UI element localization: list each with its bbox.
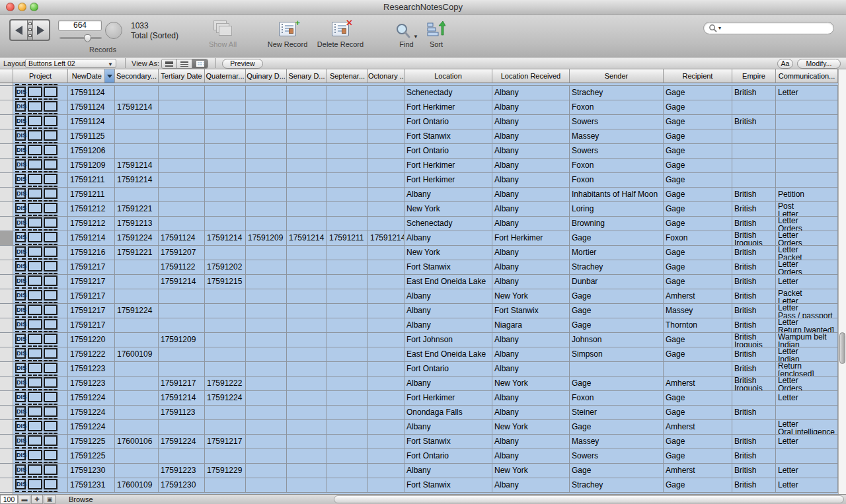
cell-communication[interactable]: LetterOrders — [776, 217, 838, 231]
cell-quaternary[interactable]: 17591217 — [205, 435, 246, 449]
cell-newdate[interactable]: 17591217 — [68, 260, 115, 274]
dis-button[interactable]: DIS — [15, 203, 26, 213]
cell-tertiary[interactable] — [159, 304, 205, 318]
project-button[interactable] — [44, 450, 58, 460]
cell-septenary[interactable] — [327, 217, 368, 231]
cell-quaternary[interactable] — [205, 333, 246, 347]
cell-octonary[interactable] — [368, 188, 404, 201]
sort-button[interactable]: Sort — [423, 18, 449, 48]
cell-quinary[interactable] — [246, 318, 287, 332]
cell-newdate[interactable]: 17591217 — [68, 304, 115, 318]
cell-sender[interactable]: Browning — [570, 217, 664, 231]
cell-communication[interactable]: LetterIndian — [776, 347, 838, 361]
cell-empire[interactable]: British — [732, 275, 776, 289]
cell-quinary[interactable] — [246, 420, 287, 434]
cell-recipient[interactable] — [664, 362, 732, 376]
cell-empire[interactable] — [732, 129, 776, 143]
cell-location[interactable]: Fort Ontario — [404, 362, 492, 376]
cell-tertiary[interactable] — [159, 129, 205, 143]
cell-newdate[interactable]: 17591230 — [68, 464, 115, 478]
row-margin[interactable] — [0, 362, 13, 376]
current-record-input[interactable]: 664 — [58, 20, 102, 31]
cell-quinary[interactable] — [246, 159, 287, 172]
cell-empire[interactable]: British — [732, 188, 776, 201]
cell-newdate[interactable]: 17591222 — [68, 347, 115, 361]
cell-sender[interactable]: Sowers — [570, 144, 664, 158]
table-row[interactable]: DIS175912241759121417591224Fort Herkimer… — [0, 391, 838, 406]
cell-tertiary[interactable] — [159, 115, 205, 129]
column-header-communication[interactable]: Communication... — [776, 69, 838, 83]
cell-location-received[interactable]: Fort Herkimer — [492, 231, 570, 245]
cell-sender[interactable]: Johnson — [570, 333, 664, 347]
cell-secondary[interactable]: 17600106 — [115, 435, 159, 449]
cell-octonary[interactable] — [368, 391, 404, 405]
cell-quaternary[interactable] — [205, 159, 246, 172]
row-margin[interactable] — [0, 333, 13, 347]
cell-communication[interactable]: LetterPacket — [776, 246, 838, 260]
cell-location-received[interactable]: Albany — [492, 347, 570, 361]
cell-octonary[interactable]: 17591214 — [368, 231, 404, 245]
cell-octonary[interactable] — [368, 289, 404, 303]
row-margin[interactable] — [0, 377, 13, 390]
row-margin[interactable] — [0, 464, 13, 478]
project-button[interactable] — [44, 348, 58, 359]
cell-quaternary[interactable]: 17591215 — [205, 275, 246, 289]
cell-location[interactable]: Fort Stanwix — [404, 260, 492, 274]
cell-location[interactable]: Fort Herkimer — [404, 173, 492, 187]
cell-location[interactable]: Schenectady — [404, 217, 492, 231]
cell-communication[interactable]: Letter — [776, 435, 838, 449]
project-button[interactable] — [28, 145, 42, 155]
cell-tertiary[interactable] — [159, 173, 205, 187]
project-button[interactable] — [28, 159, 42, 170]
cell-septenary[interactable] — [327, 449, 368, 463]
cell-communication[interactable]: LetterOrders — [776, 377, 838, 390]
show-all-button[interactable]: Show All — [202, 18, 243, 48]
column-header-location-received[interactable]: Location Received — [492, 69, 570, 83]
cell-empire[interactable] — [732, 420, 776, 434]
cell-sender[interactable]: Mortier — [570, 246, 664, 260]
cell-sender[interactable] — [570, 362, 664, 376]
cell-tertiary[interactable] — [159, 202, 205, 216]
cell-newdate[interactable]: 17591223 — [68, 377, 115, 390]
cell-quaternary[interactable] — [205, 144, 246, 158]
cell-location[interactable]: Albany — [404, 231, 492, 245]
project-button[interactable] — [44, 305, 58, 315]
cell-senary[interactable] — [287, 86, 327, 100]
cell-secondary[interactable] — [115, 362, 159, 376]
cell-tertiary[interactable]: 17591122 — [159, 260, 205, 274]
cell-senary[interactable] — [287, 391, 327, 405]
cell-quinary[interactable] — [246, 435, 287, 449]
dis-button[interactable]: DIS — [15, 159, 26, 170]
cell-septenary[interactable] — [327, 173, 368, 187]
table-row[interactable]: DIS1759122217600109East End Oneida LakeA… — [0, 347, 838, 362]
table-row[interactable]: DIS17591225176001061759122417591217Fort … — [0, 435, 838, 449]
cell-quaternary[interactable]: 17591224 — [205, 391, 246, 405]
cell-senary[interactable] — [287, 435, 327, 449]
cell-sender[interactable]: Foxon — [570, 173, 664, 187]
cell-septenary[interactable] — [327, 391, 368, 405]
table-row[interactable]: DIS175912161759122117591207New YorkAlban… — [0, 246, 838, 260]
cell-tertiary[interactable] — [159, 188, 205, 201]
cell-tertiary[interactable] — [159, 362, 205, 376]
table-row[interactable]: DIS1759121217591221New YorkAlbanyLoringG… — [0, 202, 838, 217]
cell-recipient[interactable]: Amherst — [664, 420, 732, 434]
dis-button[interactable]: DIS — [15, 435, 26, 446]
project-button[interactable] — [44, 246, 58, 257]
cell-secondary[interactable] — [115, 144, 159, 158]
cell-octonary[interactable] — [368, 173, 404, 187]
row-margin[interactable] — [0, 304, 13, 318]
project-button[interactable] — [28, 116, 42, 126]
cell-empire[interactable] — [732, 144, 776, 158]
dis-button[interactable]: DIS — [15, 421, 26, 431]
cell-quaternary[interactable] — [205, 362, 246, 376]
cell-quinary[interactable] — [246, 188, 287, 201]
cell-recipient[interactable]: Gage — [664, 478, 732, 492]
dis-button[interactable]: DIS — [15, 275, 26, 286]
cell-location[interactable]: Fort Herkimer — [404, 159, 492, 172]
project-button[interactable] — [44, 464, 58, 475]
cell-sender[interactable]: Sowers — [570, 449, 664, 463]
cell-senary[interactable] — [287, 159, 327, 172]
project-button[interactable] — [28, 188, 42, 199]
column-header-location[interactable]: Location — [404, 69, 492, 83]
cell-septenary[interactable] — [327, 406, 368, 419]
